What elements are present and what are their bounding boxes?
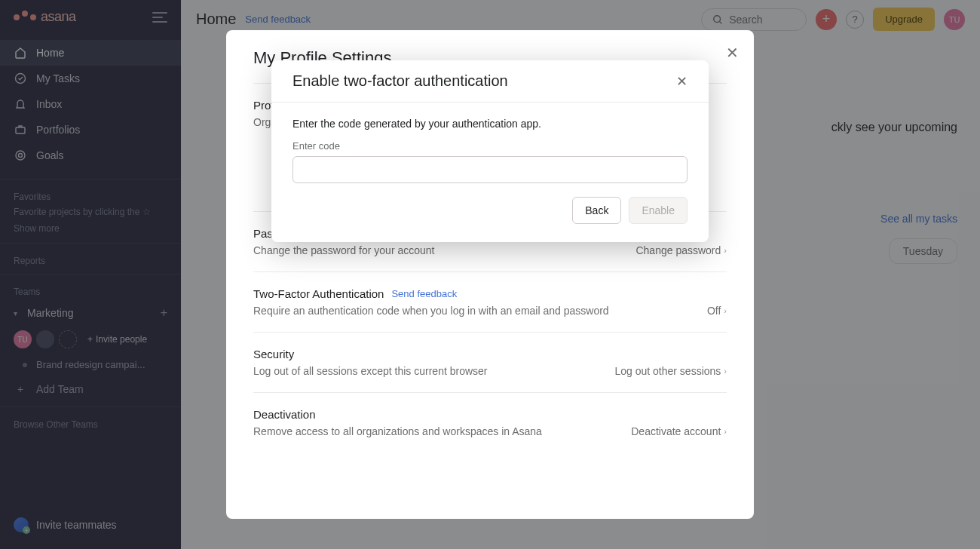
chevron-right-icon: › <box>724 306 727 315</box>
two-factor-instruction: Enter the code generated by your authent… <box>292 118 688 130</box>
security-section: Security Log out of all sessions except … <box>253 332 727 392</box>
back-button[interactable]: Back <box>572 197 621 224</box>
chevron-right-icon: › <box>724 367 727 376</box>
section-title-text: Deactivation <box>253 408 316 421</box>
chevron-right-icon: › <box>724 427 727 436</box>
section-desc: Change the password for your account <box>253 244 434 256</box>
close-icon[interactable]: ✕ <box>726 44 739 62</box>
change-password-link[interactable]: Change password › <box>635 244 727 256</box>
close-icon[interactable]: ✕ <box>676 73 688 90</box>
enable-button[interactable]: Enable <box>629 197 688 224</box>
section-title-text: Security <box>253 348 294 360</box>
two-factor-modal-footer: Back Enable <box>292 197 688 224</box>
chevron-right-icon: › <box>724 246 727 255</box>
section-desc: Remove access to all organizations and w… <box>253 425 542 437</box>
section-desc: Log out of all sessions except this curr… <box>253 365 488 377</box>
two-factor-modal-title: Enable two-factor authentication <box>292 72 508 90</box>
send-feedback-link[interactable]: Send feedback <box>391 288 457 299</box>
deactivate-account-link[interactable]: Deactivate account › <box>631 425 727 437</box>
code-input-label: Enter code <box>292 140 688 152</box>
two-factor-modal: Enable two-factor authentication ✕ Enter… <box>271 60 709 242</box>
code-input[interactable] <box>292 156 688 183</box>
two-factor-modal-header: Enable two-factor authentication ✕ <box>271 60 709 103</box>
section-title-text: Two-Factor Authentication <box>253 287 384 300</box>
two-factor-modal-body: Enter the code generated by your authent… <box>271 103 709 242</box>
two-factor-section: Two-Factor Authentication Send feedback … <box>253 271 727 332</box>
logout-other-sessions-link[interactable]: Log out other sessions › <box>614 365 727 377</box>
deactivation-section: Deactivation Remove access to all organi… <box>253 392 727 452</box>
section-desc: Require an authentication code when you … <box>253 305 609 317</box>
two-factor-status[interactable]: Off › <box>707 305 727 317</box>
